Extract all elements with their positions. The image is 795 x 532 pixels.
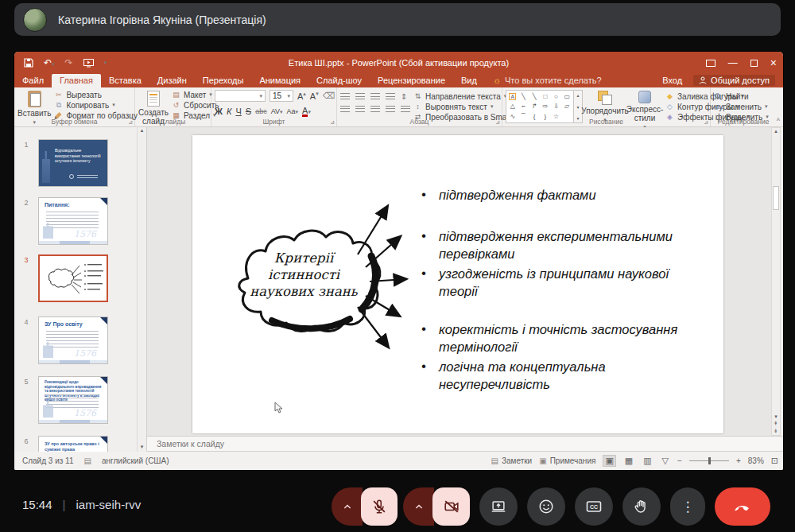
shape-triangle[interactable]: △ (510, 103, 515, 110)
sign-in-button[interactable]: Вход (662, 76, 682, 85)
zoom-level[interactable]: 83% (748, 456, 764, 465)
dialog-launcher-icon[interactable]: ⊿ (128, 119, 133, 126)
collapse-ribbon-icon[interactable]: ^ (777, 117, 780, 125)
shape-textbox[interactable]: А (509, 93, 516, 100)
shape-down-arrow[interactable]: ⇩ (553, 103, 559, 110)
subscript-button[interactable]: abc (255, 107, 267, 115)
minimize-button[interactable]: — (728, 57, 738, 68)
shape-rounded-rect[interactable]: ▭ (564, 93, 570, 100)
slide-2-thumbnail[interactable]: Питання: 1576 (38, 197, 108, 245)
shape-line[interactable]: ╲ (522, 93, 525, 100)
normal-view-button[interactable]: ▣ (603, 455, 615, 467)
notes-toggle[interactable]: ▤Заметки (491, 456, 533, 465)
numbered-list-icon[interactable] (355, 93, 365, 100)
end-call-button[interactable] (715, 487, 770, 526)
font-color-button[interactable]: А▾ (302, 106, 311, 117)
decrease-indent-icon[interactable] (370, 93, 380, 100)
cut-button[interactable]: ✂Вырезать (54, 90, 138, 99)
bold-button[interactable]: Ж (215, 107, 223, 116)
slideshow-icon[interactable] (83, 59, 94, 68)
shrink-font-button[interactable]: А▾ (310, 91, 319, 101)
gallery-up-icon[interactable]: ▴ (576, 92, 579, 98)
slide-3-thumbnail-selected[interactable] (38, 254, 108, 302)
shape-parallelogram[interactable]: ▱ (564, 103, 569, 110)
tab-slideshow[interactable]: Слайд-шоу (308, 74, 370, 87)
shape-arrow-line[interactable]: ╲ (533, 93, 537, 100)
tell-me-box[interactable]: ☼ Что вы хотите сделать? (485, 74, 610, 87)
tab-file[interactable]: Файл (14, 74, 52, 87)
tab-animations[interactable]: Анимация (251, 74, 308, 87)
zoom-slider[interactable] (689, 460, 729, 461)
present-screen-button[interactable] (479, 487, 518, 526)
ribbon-display-options-icon[interactable] (706, 60, 716, 67)
slide-1-thumbnail[interactable]: Відповідальне використання технологій шт… (38, 139, 108, 187)
align-right-icon[interactable] (370, 106, 380, 113)
slide-scrollbar[interactable]: ▴ ▾ ↟ ↡ (771, 127, 781, 436)
dialog-launcher-icon[interactable]: ⊿ (330, 119, 335, 126)
dialog-launcher-icon[interactable]: ⊿ (704, 119, 708, 126)
justify-icon[interactable] (386, 106, 395, 113)
change-case-button[interactable]: Aa▾ (287, 107, 299, 115)
language-indicator[interactable]: английский (США) (102, 456, 169, 465)
font-size-combo[interactable]: 15▾ (270, 90, 293, 102)
replace-button[interactable]: abcЗаменить▾ (714, 102, 769, 111)
gallery-down-icon[interactable]: ▾ (576, 104, 579, 110)
shape-oval[interactable]: ○ (554, 93, 558, 100)
slide-bullet-list[interactable]: підтвердження фактами підтвердження експ… (192, 135, 723, 433)
tab-view[interactable]: Вид (453, 74, 485, 87)
font-name-combo[interactable]: ▾ (215, 90, 266, 102)
scroll-down-icon[interactable]: ▾ (772, 414, 780, 420)
tab-transitions[interactable]: Переходы (195, 74, 252, 87)
tab-design[interactable]: Дизайн (149, 74, 195, 87)
underline-button[interactable]: Ч (235, 107, 241, 116)
scroll-up-icon[interactable]: ▴ (774, 128, 778, 134)
comments-toggle[interactable]: ▣Примечания (539, 456, 595, 465)
shape-rectangle[interactable]: □ (543, 93, 547, 100)
scroll-up-icon[interactable]: ▴ (141, 127, 144, 133)
more-options-button[interactable]: ⋮ (670, 487, 705, 526)
zoom-slider-thumb[interactable] (708, 457, 711, 464)
raise-hand-button[interactable] (622, 487, 661, 526)
reactions-button[interactable] (527, 487, 565, 526)
camera-off-button[interactable] (432, 487, 470, 526)
notes-pane[interactable]: Заметки к слайду (147, 436, 783, 452)
character-spacing-button[interactable]: AV▾ (271, 107, 283, 115)
slide-6-thumbnail[interactable]: ЗУ про авторське право і суміжні права (38, 436, 108, 452)
increase-indent-icon[interactable] (386, 93, 395, 100)
align-left-icon[interactable] (340, 106, 350, 113)
captions-button[interactable]: CC (575, 487, 613, 526)
next-slide-icon[interactable]: ↡ (772, 428, 780, 434)
zoom-in-button[interactable]: + (736, 456, 741, 465)
thumbnails-scrollbar[interactable]: ▴ ▾ (137, 127, 146, 452)
clear-formatting-icon[interactable]: ⌫ (323, 91, 335, 101)
italic-button[interactable]: К (227, 107, 231, 116)
customize-qat-icon[interactable]: ▾ (104, 60, 107, 66)
slideshow-view-button[interactable]: ▽ (661, 456, 670, 466)
grow-font-button[interactable]: А▴ (297, 91, 306, 101)
scroll-down-icon[interactable]: ▾ (138, 444, 146, 450)
strikethrough-button[interactable]: S (246, 107, 251, 116)
scrollbar-thumb[interactable] (773, 186, 779, 210)
mic-muted-button[interactable] (361, 487, 398, 526)
restore-button[interactable] (750, 60, 758, 67)
align-center-icon[interactable] (355, 106, 365, 113)
current-slide-canvas[interactable]: Критерії істинності наукових знань підтв… (192, 135, 723, 433)
undo-icon[interactable]: ↶▾ (44, 57, 55, 68)
slide-5-thumbnail[interactable]: Рекомендації щодо відповідального впрова… (38, 376, 108, 424)
close-button[interactable]: × (770, 56, 777, 69)
tab-review[interactable]: Рецензирование (370, 74, 453, 87)
save-icon[interactable] (24, 58, 33, 68)
slide-4-thumbnail[interactable]: ЗУ Про освіту 1576 (38, 316, 108, 364)
shape-elbow[interactable]: ⌐ (522, 103, 525, 110)
fit-to-window-icon[interactable]: ⊡ (771, 456, 778, 466)
columns-icon[interactable] (401, 106, 410, 113)
redo-icon[interactable]: ↷ (65, 57, 73, 68)
camera-options-button[interactable] (403, 487, 434, 526)
slide-sorter-view-button[interactable]: ▦ (623, 456, 634, 466)
line-spacing-icon[interactable]: ⇕ (401, 92, 407, 101)
previous-slide-icon[interactable]: ↟ (772, 421, 780, 427)
zoom-out-button[interactable]: − (677, 456, 682, 465)
tab-insert[interactable]: Вставка (101, 74, 149, 87)
dialog-launcher-icon[interactable]: ⊿ (495, 119, 500, 126)
copy-button[interactable]: ⧉Копировать▾ (54, 100, 138, 110)
